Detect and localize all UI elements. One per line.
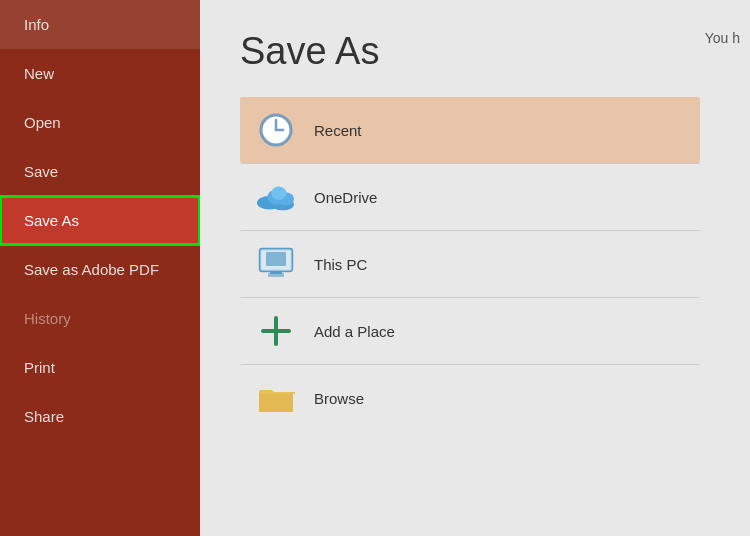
sidebar-item-label: Save As <box>24 212 79 229</box>
this-pc-icon <box>256 244 296 284</box>
you-have-note: You h <box>705 30 740 46</box>
sidebar-item-label: New <box>24 65 54 82</box>
browse-icon <box>256 378 296 418</box>
sidebar-item-label: Open <box>24 114 61 131</box>
sidebar: Info New Open Save Save As Save as Adobe… <box>0 0 200 536</box>
location-recent[interactable]: Recent <box>240 97 700 163</box>
location-this-pc-label: This PC <box>314 256 367 273</box>
sidebar-item-label: Info <box>24 16 49 33</box>
main-content: Save As You h Recent <box>200 0 750 536</box>
svg-rect-10 <box>266 252 286 266</box>
sidebar-item-label: Save <box>24 163 58 180</box>
location-onedrive-label: OneDrive <box>314 189 377 206</box>
sidebar-item-label: History <box>24 310 71 327</box>
location-list: Recent OneDrive <box>240 97 700 431</box>
page-title: Save As <box>240 30 710 73</box>
sidebar-item-info[interactable]: Info <box>0 0 200 49</box>
sidebar-item-history[interactable]: History <box>0 294 200 343</box>
sidebar-item-save-as-pdf[interactable]: Save as Adobe PDF <box>0 245 200 294</box>
svg-point-7 <box>271 187 286 200</box>
location-recent-label: Recent <box>314 122 362 139</box>
sidebar-item-open[interactable]: Open <box>0 98 200 147</box>
sidebar-item-label: Print <box>24 359 55 376</box>
sidebar-item-save[interactable]: Save <box>0 147 200 196</box>
location-add-place[interactable]: Add a Place <box>240 297 700 364</box>
location-this-pc[interactable]: This PC <box>240 230 700 297</box>
sidebar-item-save-as[interactable]: Save As <box>0 196 200 245</box>
onedrive-icon <box>256 177 296 217</box>
svg-rect-17 <box>259 394 293 412</box>
sidebar-item-label: Share <box>24 408 64 425</box>
sidebar-item-new[interactable]: New <box>0 49 200 98</box>
sidebar-item-label: Save as Adobe PDF <box>24 261 159 278</box>
add-place-icon <box>256 311 296 351</box>
location-onedrive[interactable]: OneDrive <box>240 163 700 230</box>
sidebar-item-share[interactable]: Share <box>0 392 200 441</box>
sidebar-item-print[interactable]: Print <box>0 343 200 392</box>
svg-rect-12 <box>268 273 284 277</box>
location-browse-label: Browse <box>314 390 364 407</box>
recent-icon <box>256 110 296 150</box>
location-browse[interactable]: Browse <box>240 364 700 431</box>
location-add-place-label: Add a Place <box>314 323 395 340</box>
